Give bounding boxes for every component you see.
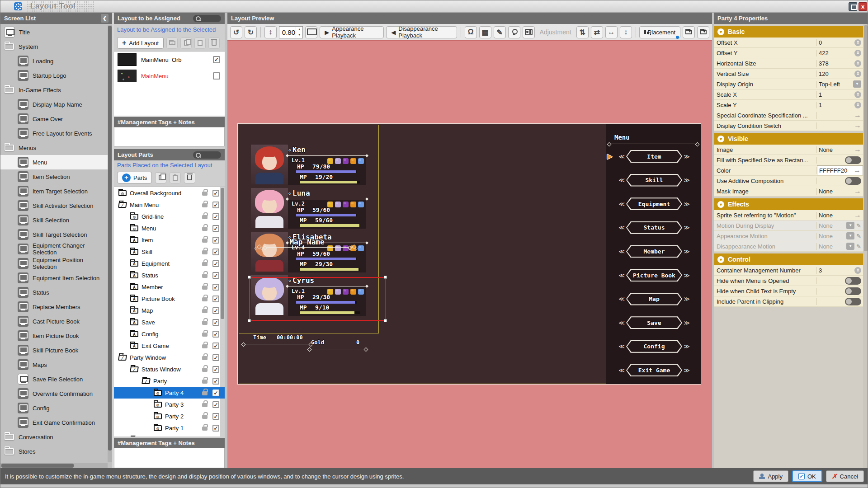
detail-arrow-icon[interactable]: → xyxy=(854,146,861,153)
unlock-icon[interactable] xyxy=(202,250,208,254)
unlock-icon[interactable] xyxy=(202,262,208,266)
selection-rectangle[interactable] xyxy=(249,277,386,321)
parts-tree-item-party-3[interactable]: ◎Party 3✓ xyxy=(114,399,225,410)
property-value-cell[interactable] xyxy=(817,276,863,286)
spinner-icon[interactable]: ⇕ xyxy=(854,60,861,67)
selection-handle[interactable] xyxy=(248,276,251,279)
unlock-icon[interactable] xyxy=(202,321,208,325)
unlock-icon[interactable] xyxy=(202,333,208,337)
undo-button[interactable]: ↺ xyxy=(230,26,242,38)
export-icon[interactable] xyxy=(683,26,695,38)
mascot-icon[interactable] xyxy=(508,26,520,38)
parts-tree-item-party-2[interactable]: ◎Party 2✓ xyxy=(114,410,225,422)
property-value-cell[interactable] xyxy=(817,286,863,296)
detail-arrow-icon[interactable]: → xyxy=(854,188,861,195)
spinner-icon[interactable]: ⇕ xyxy=(854,39,861,46)
stretch-horizontal-icon[interactable]: ↔ xyxy=(605,26,618,38)
section-header-basic[interactable]: ▾Basic xyxy=(714,26,863,38)
spinner-icon[interactable]: ⇕ xyxy=(854,102,861,108)
disappearance-playback-button[interactable]: ◀ Disappearance Playback xyxy=(386,26,457,38)
property-value-cell[interactable]: 1⇕ xyxy=(817,89,863,99)
unlock-icon[interactable] xyxy=(202,309,208,313)
parts-tree-item-member[interactable]: AMember✓ xyxy=(114,281,225,293)
toggle-switch[interactable] xyxy=(845,287,861,295)
visibility-checkbox[interactable]: ✓ xyxy=(212,296,219,302)
edit-pen-icon[interactable]: ✎ xyxy=(856,233,861,239)
detail-arrow-icon[interactable]: → xyxy=(854,167,861,174)
parts-tree-item-overall-background[interactable]: ◎Overall Background✓ xyxy=(114,187,225,199)
screen-list-item-display-map-name[interactable]: Display Map Name xyxy=(0,97,108,112)
visibility-checkbox[interactable]: ✓ xyxy=(212,272,219,279)
screen-list-item-item-target-selection[interactable]: Item Target Selection xyxy=(0,184,108,198)
screen-list-item-in-game-effects[interactable]: In-Game Effects xyxy=(0,83,108,97)
apply-button[interactable]: Apply xyxy=(753,470,788,482)
property-value-cell[interactable]: None▼✎ xyxy=(817,241,863,251)
game-menu-skill[interactable]: ≪Skill≫ xyxy=(617,174,691,187)
edit-pen-icon[interactable]: ✎ xyxy=(856,222,861,229)
property-value-cell[interactable]: FFFFFF20→ xyxy=(817,165,863,175)
parts-tree-item-menu[interactable]: ◎Menu✓ xyxy=(114,222,225,234)
visibility-checkbox[interactable]: ✓ xyxy=(212,354,219,361)
motion-dropdown-icon[interactable]: ▼ xyxy=(846,243,854,250)
visibility-checkbox[interactable]: ✓ xyxy=(212,225,219,232)
parts-tree-item-map[interactable]: AMap✓ xyxy=(114,305,225,316)
zoom-spinner[interactable]: ▲▼ xyxy=(296,27,302,38)
flip-horizontal-icon[interactable]: ⇄ xyxy=(591,26,603,38)
property-value-cell[interactable]: None▼✎ xyxy=(817,221,863,230)
screen-list-item-game-over[interactable]: Game Over xyxy=(0,112,108,126)
party-member-luna[interactable]: LunaLv.2HP59/60MP59/60 xyxy=(238,188,392,230)
section-header-visible[interactable]: ▾Visible xyxy=(714,133,863,145)
property-value-cell[interactable]: 378⇕ xyxy=(817,58,863,68)
property-value-cell[interactable]: 120⇕ xyxy=(817,69,863,79)
edit-pen-icon[interactable]: ✎ xyxy=(856,243,861,250)
parts-tree-item-equipment[interactable]: AEquipment✓ xyxy=(114,258,225,269)
tags-notes-box-1[interactable] xyxy=(114,127,225,146)
visibility-checkbox[interactable]: ✓ xyxy=(212,366,219,373)
parts-tree-item-partial[interactable]: ∕ xyxy=(114,434,225,436)
screen-list-item-skill-picture-book[interactable]: Skill Picture Book xyxy=(0,343,108,357)
screen-list-item-maps[interactable]: Maps xyxy=(0,357,108,372)
screen-list-item-skill-activator-selection[interactable]: Skill Activator Selection xyxy=(0,198,108,213)
spinner-icon[interactable]: ⇕ xyxy=(854,91,861,98)
parts-tree-item-grid-line[interactable]: ◎Grid-line✓ xyxy=(114,211,225,222)
visibility-checkbox[interactable]: ✓ xyxy=(212,284,219,291)
search-icon[interactable] xyxy=(193,15,221,22)
grid-icon[interactable]: ▦ xyxy=(479,26,491,38)
screen-list-item-item-selection[interactable]: Item Selection xyxy=(0,169,108,184)
toggle-switch[interactable] xyxy=(845,156,861,164)
collapse-panel-icon[interactable]: ❮ xyxy=(101,14,108,23)
spinner-icon[interactable]: ⇕ xyxy=(854,267,861,274)
visibility-checkbox[interactable]: ✓ xyxy=(212,378,219,385)
screen-list-item-config[interactable]: Config xyxy=(0,401,108,415)
parts-tree-item-party-1[interactable]: ◎Party 1✓ xyxy=(114,422,225,434)
game-screen[interactable]: KenLv.1HP79/80MP19/20LunaLv.2HP59/60MP59… xyxy=(237,123,701,385)
screen-list-item-exit-game-confirmation[interactable]: Exit Game Confirmation xyxy=(0,415,108,430)
screen-list-item-replace-members[interactable]: Replace Members xyxy=(0,300,108,314)
property-value-cell[interactable]: 1⇕ xyxy=(817,100,863,110)
unlock-icon[interactable] xyxy=(202,239,208,243)
screen-list-item-title[interactable]: Title xyxy=(0,25,108,39)
import-icon[interactable] xyxy=(697,26,709,38)
visibility-checkbox[interactable]: ✓ xyxy=(212,190,219,197)
paste-icon[interactable] xyxy=(194,38,206,49)
parts-tree-item-party[interactable]: ∕Party✓ xyxy=(114,375,225,387)
screen-list-item-equipment-item-selection[interactable]: Equipment Item Selection xyxy=(0,271,108,285)
selection-handle[interactable] xyxy=(384,276,387,279)
game-menu-equipment[interactable]: ≪Equipment≫ xyxy=(617,197,691,210)
game-menu-picture-book[interactable]: ≪Picture Book≫ xyxy=(617,269,691,282)
screen-list-vscrollbar[interactable] xyxy=(108,25,112,462)
game-menu-member[interactable]: ≪Member≫ xyxy=(617,245,691,258)
visibility-checkbox[interactable]: ✓ xyxy=(212,343,219,349)
placement-button[interactable]: Placement xyxy=(639,26,680,38)
game-menu-map[interactable]: ≪Map≫ xyxy=(617,293,691,305)
unlock-icon[interactable] xyxy=(202,356,208,360)
unlock-icon[interactable] xyxy=(202,380,208,384)
layout-checkbox[interactable]: ✓ xyxy=(213,56,220,63)
screen-list-item-equipment-changer-selection[interactable]: Equipment Changer Selection xyxy=(0,242,108,256)
parts-copy-icon[interactable] xyxy=(155,172,166,183)
property-value-cell[interactable] xyxy=(817,176,863,186)
unlock-icon[interactable] xyxy=(202,286,208,290)
selection-handle[interactable] xyxy=(248,319,251,322)
layout-panel-icon[interactable] xyxy=(523,26,535,38)
dropdown-icon[interactable]: ▼ xyxy=(853,80,861,88)
